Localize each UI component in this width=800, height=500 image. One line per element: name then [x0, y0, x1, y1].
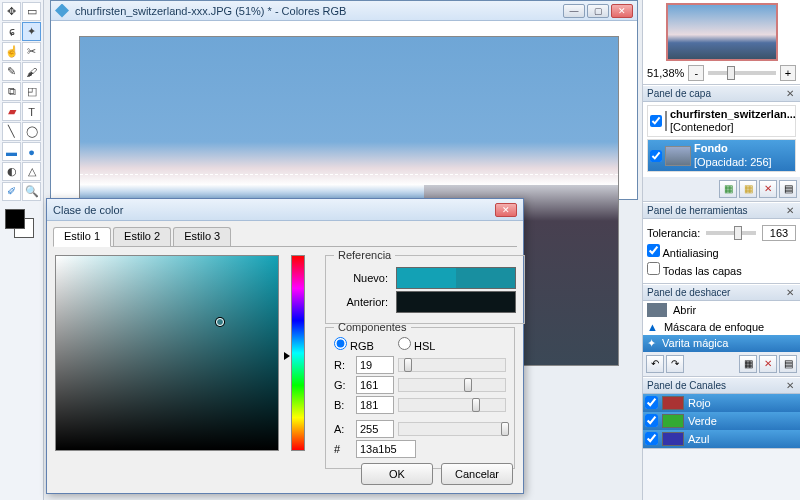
tool-blur[interactable]: ◐ — [2, 162, 21, 181]
zoom-in-button[interactable]: + — [780, 65, 796, 81]
layers-panel-close[interactable]: ✕ — [784, 88, 796, 100]
tool-line[interactable]: ╲ — [2, 122, 21, 141]
g-label: G: — [334, 379, 352, 391]
close-button[interactable]: ✕ — [611, 4, 633, 18]
alllayers-checkbox[interactable]: Todas las capas — [647, 262, 742, 277]
radio-rgb[interactable]: RGB — [334, 337, 374, 352]
zoom-panel: 51,38% - + — [643, 0, 800, 85]
tool-sharpen[interactable]: △ — [22, 162, 41, 181]
undo-panel-close[interactable]: ✕ — [784, 286, 796, 298]
undo-delete-button[interactable]: ✕ — [759, 355, 777, 373]
dialog-titlebar: Clase de color ✕ — [47, 199, 523, 221]
zoom-slider[interactable] — [708, 71, 776, 75]
dialog-title: Clase de color — [53, 204, 495, 216]
layer-item-container[interactable]: churfirsten_switzerlan...[Contenedor] — [647, 105, 796, 137]
tool-clone[interactable]: ⧉ — [2, 82, 21, 101]
r-slider[interactable] — [398, 358, 506, 372]
layer-thumb-0 — [665, 111, 667, 131]
a-label: A: — [334, 423, 352, 435]
right-panels: 51,38% - + Panel de capa✕ churfirsten_sw… — [642, 0, 800, 500]
hex-label: # — [334, 443, 352, 455]
b-input[interactable] — [356, 396, 394, 414]
undo-back-button[interactable]: ↶ — [646, 355, 664, 373]
cancel-button[interactable]: Cancelar — [441, 463, 513, 485]
tool-rect-select[interactable]: ▭ — [22, 2, 41, 21]
tool-lasso[interactable]: ɕ — [2, 22, 21, 41]
antialias-checkbox[interactable]: Antialiasing — [647, 244, 719, 259]
undo-fwd-button[interactable]: ↷ — [666, 355, 684, 373]
tool-magic-wand[interactable]: ✦ — [22, 22, 41, 41]
hex-input[interactable] — [356, 440, 416, 458]
layer-sub-0: [Contenedor] — [670, 121, 734, 133]
undo-clear-button[interactable]: ▤ — [779, 355, 797, 373]
layer-thumb-1 — [665, 146, 691, 166]
document-window: churfirsten_switzerland-xxx.JPG (51%) * … — [50, 0, 638, 200]
tool-eraser[interactable]: ◰ — [22, 82, 41, 101]
tool-smudge[interactable]: ☝ — [2, 42, 21, 61]
tool-move[interactable]: ✥ — [2, 2, 21, 21]
channels-panel-close[interactable]: ✕ — [784, 379, 796, 391]
zoom-out-button[interactable]: - — [688, 65, 704, 81]
undo-item-wand[interactable]: ✦Varita mágica — [643, 335, 800, 352]
undo-save-button[interactable]: ▦ — [739, 355, 757, 373]
maximize-button[interactable]: ▢ — [587, 4, 609, 18]
dialog-close-button[interactable]: ✕ — [495, 203, 517, 217]
tool-pencil[interactable]: ✎ — [2, 62, 21, 81]
color-swatches[interactable] — [2, 209, 41, 245]
tab-estilo2[interactable]: Estilo 2 — [113, 227, 171, 246]
r-label: R: — [334, 359, 352, 371]
components-legend: Componentes — [334, 321, 411, 333]
components-group: Componentes RGB HSL R: G: B: A: # — [325, 321, 515, 469]
tool-crop[interactable]: ✂ — [22, 42, 41, 61]
tab-estilo1[interactable]: Estilo 1 — [53, 227, 111, 247]
color-field[interactable] — [55, 255, 279, 451]
layer-item-fondo[interactable]: Fondo[Opacidad: 256] — [647, 139, 796, 171]
layer-name-1: Fondo — [694, 142, 728, 154]
tool-brush[interactable]: 🖌 — [22, 62, 41, 81]
tolerance-label: Tolerancia: — [647, 227, 700, 239]
layer-delete-button[interactable]: ✕ — [759, 180, 777, 198]
a-slider[interactable] — [398, 422, 506, 436]
document-titlebar: churfirsten_switzerland-xxx.JPG (51%) * … — [51, 1, 637, 21]
tool-bucket[interactable]: ▰ — [2, 102, 21, 121]
layers-panel: Panel de capa✕ churfirsten_switzerlan...… — [643, 85, 800, 202]
r-input[interactable] — [356, 356, 394, 374]
layer-sub-1: [Opacidad: 256] — [694, 156, 772, 168]
tool-shape[interactable]: ◯ — [22, 122, 41, 141]
tool-eyedropper[interactable]: ✐ — [2, 182, 21, 201]
color-picker-cursor — [216, 318, 224, 326]
hue-slider[interactable] — [291, 255, 305, 451]
channel-blue[interactable]: Azul — [643, 430, 800, 448]
layer-new-button[interactable]: ▦ — [719, 180, 737, 198]
radio-hsl[interactable]: HSL — [398, 337, 435, 352]
ok-button[interactable]: OK — [361, 463, 433, 485]
g-input[interactable] — [356, 376, 394, 394]
zoom-value: 51,38% — [647, 67, 684, 79]
b-slider[interactable] — [398, 398, 506, 412]
tolerance-input[interactable] — [762, 225, 796, 241]
tab-estilo3[interactable]: Estilo 3 — [173, 227, 231, 246]
undo-item-unsharp[interactable]: ▲Máscara de enfoque — [643, 319, 800, 335]
prev-color-label: Anterior: — [334, 296, 388, 308]
layer-visible-0[interactable] — [650, 115, 662, 127]
prev-color-swatch — [396, 291, 516, 313]
tool-options-close[interactable]: ✕ — [784, 204, 796, 216]
foreground-color[interactable] — [5, 209, 25, 229]
layer-visible-1[interactable] — [650, 150, 662, 162]
g-slider[interactable] — [398, 378, 506, 392]
a-input[interactable] — [356, 420, 394, 438]
layer-merge-button[interactable]: ▤ — [779, 180, 797, 198]
layer-duplicate-button[interactable]: ▦ — [739, 180, 757, 198]
tool-rect[interactable]: ▬ — [2, 142, 21, 161]
navigator-thumb[interactable] — [666, 3, 778, 61]
tolerance-slider[interactable] — [706, 231, 756, 235]
channel-green[interactable]: Verde — [643, 412, 800, 430]
undo-item-open[interactable]: Abrir — [643, 301, 800, 319]
tool-zoom[interactable]: 🔍 — [22, 182, 41, 201]
tool-text[interactable]: T — [22, 102, 41, 121]
toolbox: ✥▭ ɕ✦ ☝✂ ✎🖌 ⧉◰ ▰T ╲◯ ▬● ◐△ ✐🔍 — [0, 0, 44, 500]
channel-red[interactable]: Rojo — [643, 394, 800, 412]
app-icon — [55, 4, 69, 18]
tool-ellipse[interactable]: ● — [22, 142, 41, 161]
minimize-button[interactable]: — — [563, 4, 585, 18]
